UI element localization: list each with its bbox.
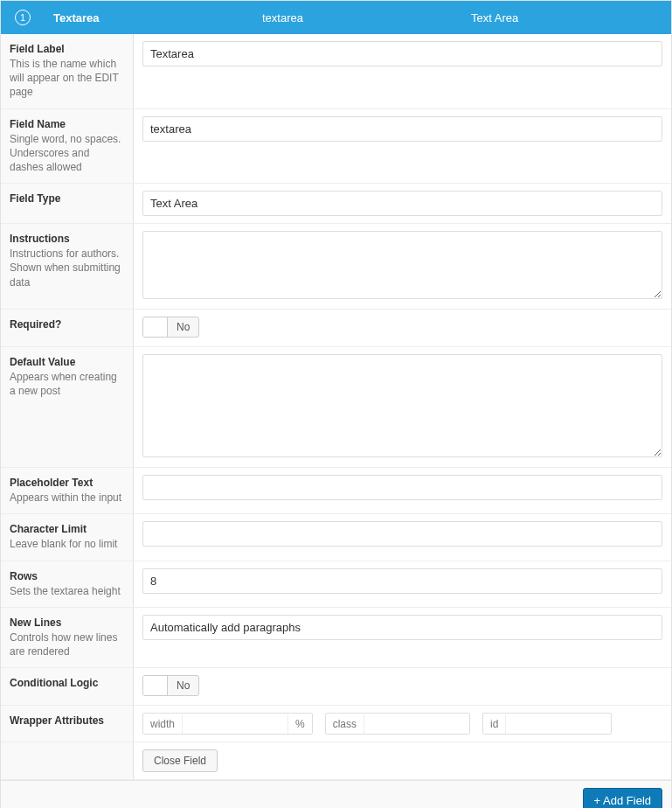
wrapper-width-group: width % <box>142 713 313 735</box>
add-field-button[interactable]: + Add Field <box>583 788 662 808</box>
field-name-desc: Single word, no spaces. Underscores and … <box>10 132 124 175</box>
wrapper-width-suffix: % <box>288 714 312 734</box>
field-header[interactable]: 1 Textarea textarea Text Area <box>1 1 671 34</box>
field-name-input[interactable] <box>142 116 662 142</box>
wrapper-id-input[interactable] <box>506 714 611 734</box>
toggle-handle <box>143 317 168 337</box>
default-value-label: Default Value <box>10 356 124 368</box>
conditional-toggle-text: No <box>168 676 198 695</box>
header-type: Text Area <box>462 11 671 24</box>
conditional-label: Conditional Logic <box>10 677 124 689</box>
field-name-label: Field Name <box>10 118 124 130</box>
placeholder-desc: Appears within the input <box>10 491 124 505</box>
wrapper-class-input[interactable] <box>364 714 469 734</box>
default-value-desc: Appears when creating a new post <box>10 370 124 398</box>
wrapper-class-prefix: class <box>326 714 364 734</box>
wrapper-id-group: id <box>482 713 612 735</box>
rows-label: Rows <box>10 570 124 582</box>
newlines-label: New Lines <box>10 616 124 629</box>
instructions-desc: Instructions for authors. Shown when sub… <box>10 247 124 289</box>
placeholder-input[interactable] <box>142 475 662 500</box>
wrapper-width-prefix: width <box>143 714 183 734</box>
field-type-label: Field Type <box>10 192 124 205</box>
placeholder-label: Placeholder Text <box>10 477 124 489</box>
wrapper-class-group: class <box>325 713 470 735</box>
wrapper-width-input[interactable] <box>183 714 288 734</box>
instructions-input[interactable] <box>142 231 662 299</box>
required-toggle[interactable]: No <box>142 317 199 338</box>
newlines-select[interactable]: Automatically add paragraphs <box>142 615 662 640</box>
instructions-label: Instructions <box>10 233 124 245</box>
rows-input[interactable] <box>142 568 662 594</box>
rows-desc: Sets the textarea height <box>10 584 124 598</box>
field-label-desc: This is the name which will appear on th… <box>10 57 124 100</box>
field-label-label: Field Label <box>10 43 124 55</box>
header-label: Textarea <box>45 11 253 24</box>
newlines-desc: Controls how new lines are rendered <box>10 630 124 658</box>
charlimit-label: Character Limit <box>10 523 124 535</box>
field-order-number: 1 <box>15 10 31 25</box>
charlimit-input[interactable] <box>142 521 662 547</box>
wrapper-label: Wrapper Attributes <box>10 714 124 727</box>
field-label-input[interactable] <box>142 41 662 66</box>
header-name: textarea <box>253 11 462 24</box>
wrapper-id-prefix: id <box>483 714 506 734</box>
field-order-col: 1 <box>1 10 45 25</box>
toggle-handle <box>143 676 168 695</box>
close-field-button[interactable]: Close Field <box>142 749 218 772</box>
charlimit-desc: Leave blank for no limit <box>10 537 124 551</box>
default-value-input[interactable] <box>142 354 662 457</box>
conditional-toggle[interactable]: No <box>142 675 199 696</box>
required-label: Required? <box>10 318 124 331</box>
field-type-select[interactable]: Text Area <box>142 191 662 216</box>
required-toggle-text: No <box>168 317 198 337</box>
